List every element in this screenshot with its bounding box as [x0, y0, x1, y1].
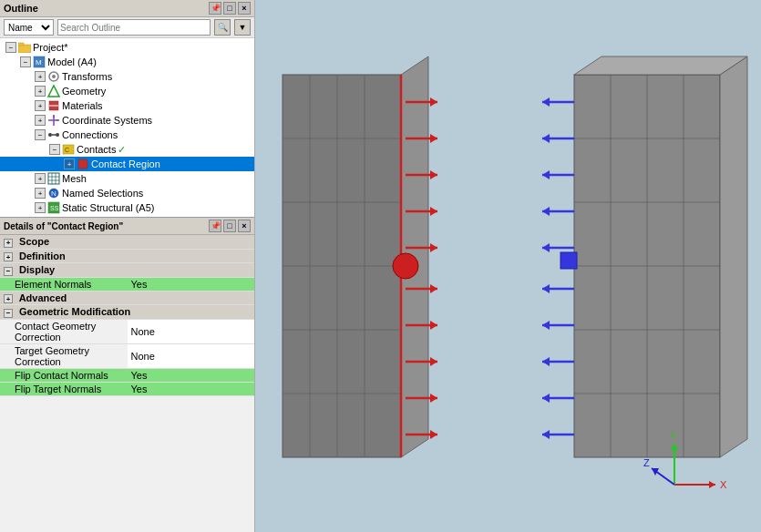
element-normals-name: Element Normals — [15, 279, 91, 290]
tree-item-contactregion[interactable]: + Contact Region — [0, 157, 254, 171]
viewport[interactable]: Contact Region Contact Region (Contact B… — [255, 0, 761, 532]
search-input[interactable] — [57, 19, 211, 36]
contacts-icon: C — [62, 143, 75, 156]
target-geo-value[interactable]: None — [131, 351, 155, 362]
section-scope[interactable]: + Scope — [0, 235, 254, 249]
section-advanced[interactable]: + Advanced — [0, 291, 254, 305]
model-label: Model (A4) — [47, 56, 97, 67]
svg-text:Y: Y — [670, 430, 677, 441]
tree-item-static[interactable]: + SS Static Structural (A5) — [0, 200, 254, 215]
svg-text:C: C — [65, 147, 69, 153]
details-close-icon[interactable]: × — [238, 220, 251, 232]
tree-item-mesh[interactable]: + Mesh — [0, 171, 254, 186]
expander-contacts[interactable]: − — [49, 144, 60, 155]
svg-rect-0 — [18, 45, 31, 53]
svg-text:X: X — [720, 479, 727, 490]
materials-icon — [47, 99, 60, 112]
close-icon[interactable]: × — [238, 2, 251, 15]
expander-geometry[interactable]: + — [35, 86, 46, 97]
svg-point-13 — [48, 133, 52, 137]
transforms-label: Transforms — [62, 71, 112, 82]
filter-select[interactable]: Name — [4, 19, 54, 36]
folder-icon — [18, 41, 31, 54]
tree-item-coordinate[interactable]: + Coordinate Systems — [0, 113, 254, 128]
element-normals-value[interactable]: Yes — [131, 279, 148, 290]
prop-target-geo: Target Geometry Correction None — [0, 343, 254, 368]
mesh-label: Mesh — [62, 173, 87, 184]
tree-item-geometry[interactable]: + Geometry — [0, 84, 254, 98]
expander-materials[interactable]: + — [35, 100, 46, 111]
contactregion-icon — [77, 158, 89, 170]
tree-item-materials[interactable]: + Materials — [0, 98, 254, 113]
tree-item-connections[interactable]: − Connections — [0, 128, 254, 142]
pin-icon[interactable]: 📌 — [209, 2, 221, 15]
materials-label: Materials — [62, 100, 103, 111]
tree-item-model[interactable]: − M Model (A4) — [0, 55, 254, 69]
coordinate-icon — [47, 114, 60, 127]
expander-coordinate[interactable]: + — [35, 115, 46, 126]
svg-text:Z: Z — [643, 457, 650, 468]
tree-item-named[interactable]: + N Named Selections — [0, 186, 254, 200]
expander-model[interactable]: − — [20, 56, 31, 67]
details-section: Details of "Contact Region" 📌 □ × + — [0, 218, 254, 532]
contact-geo-value[interactable]: None — [131, 326, 155, 337]
svg-rect-18 — [78, 159, 87, 169]
svg-marker-6 — [48, 86, 59, 97]
prop-contact-geo: Contact Geometry Correction None — [0, 319, 254, 343]
advanced-label: Advanced — [19, 292, 67, 303]
connections-label: Connections — [62, 129, 118, 140]
expander-mesh[interactable]: + — [35, 173, 46, 184]
svg-text:SS: SS — [50, 205, 59, 211]
tree-item-project[interactable]: − Project* — [0, 40, 254, 55]
geometry-icon — [47, 85, 60, 97]
model-icon: M — [33, 56, 46, 68]
flip-target-name: Flip Target Normals — [15, 384, 101, 394]
tree-item-transforms[interactable]: + Transforms — [0, 69, 254, 84]
svg-rect-1 — [18, 43, 24, 46]
section-display[interactable]: − Display — [0, 263, 254, 278]
section-geomod[interactable]: − Geometric Modification — [0, 305, 254, 320]
mesh-icon — [47, 172, 60, 185]
svg-marker-70 — [720, 56, 747, 457]
tree-item-contacts[interactable]: − C Contacts ✓ — [0, 142, 254, 157]
geometry-label: Geometry — [62, 86, 106, 97]
expand-button[interactable]: ▼ — [234, 19, 251, 36]
details-restore-icon[interactable]: □ — [223, 220, 236, 232]
definition-label: Definition — [19, 251, 66, 261]
project-label: Project* — [33, 42, 68, 53]
flip-target-value[interactable]: Yes — [131, 384, 148, 394]
expander-static[interactable]: + — [35, 202, 46, 213]
prop-flip-target: Flip Target Normals Yes — [0, 382, 254, 395]
transforms-icon — [47, 70, 60, 83]
expander-connections[interactable]: − — [35, 129, 46, 140]
contacts-label: Contacts — [77, 144, 116, 155]
flip-contact-name: Flip Contact Normals — [15, 370, 108, 381]
search-button[interactable]: 🔍 — [214, 19, 231, 36]
flip-contact-value[interactable]: Yes — [131, 370, 148, 381]
expander-contactregion[interactable]: + — [64, 159, 75, 169]
static-label: Static Structural (A5) — [62, 202, 154, 213]
svg-text:M: M — [36, 58, 42, 66]
svg-point-14 — [56, 133, 59, 137]
details-title: Details of "Contact Region" — [4, 221, 123, 231]
svg-text:N: N — [51, 189, 57, 198]
expander-transforms[interactable]: + — [35, 71, 46, 82]
restore-icon[interactable]: □ — [223, 2, 236, 15]
details-header: Details of "Contact Region" 📌 □ × — [0, 218, 254, 235]
outline-header: Outline 📌 □ × — [0, 0, 254, 17]
coordinate-label: Coordinate Systems — [62, 115, 152, 126]
expander-project[interactable]: − — [5, 42, 16, 53]
section-definition[interactable]: + Definition — [0, 249, 254, 263]
svg-point-40 — [393, 253, 418, 279]
details-pin-icon[interactable]: 📌 — [209, 220, 221, 232]
display-label: Display — [19, 264, 55, 275]
contactregion-label: Contact Region — [91, 159, 160, 169]
geomod-label: Geometric Modification — [19, 306, 130, 317]
prop-element-normals: Element Normals Yes — [0, 277, 254, 291]
target-geo-name: Target Geometry Correction — [15, 345, 89, 367]
static-icon: SS — [47, 201, 60, 214]
expander-named[interactable]: + — [35, 188, 46, 199]
connections-icon — [47, 128, 60, 141]
outline-toolbar: Name 🔍 ▼ — [0, 17, 254, 38]
viewport-scene: X Y Z — [255, 0, 761, 532]
